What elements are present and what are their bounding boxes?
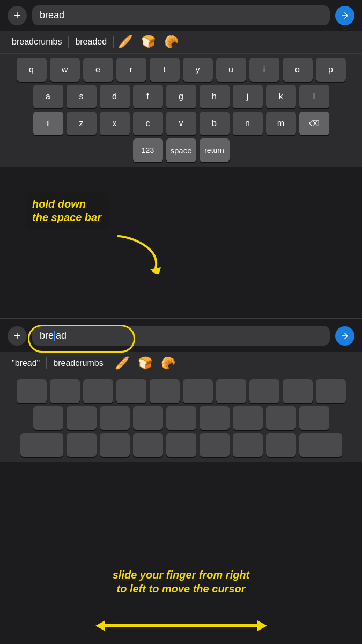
bottom-arrow-area xyxy=(0,615,362,636)
key-o[interactable]: o xyxy=(283,58,313,82)
bottom-text-after: ad xyxy=(56,330,67,341)
blank-key[interactable] xyxy=(83,379,113,403)
key-x[interactable]: x xyxy=(100,112,130,135)
blank-key[interactable] xyxy=(216,379,246,403)
bottom-section: + bread "bread" breadcrumbs 🥖 🍞 🥐 xyxy=(0,319,362,644)
blank-key[interactable] xyxy=(233,406,263,430)
blank-key[interactable] xyxy=(133,406,163,430)
autocomplete-emoji-2[interactable]: 🍞 xyxy=(137,34,160,50)
top-send-button[interactable] xyxy=(335,6,354,25)
svg-marker-1 xyxy=(95,620,105,631)
key-return[interactable]: return xyxy=(200,138,230,162)
autocomplete-emoji-3[interactable]: 🥐 xyxy=(160,34,183,50)
top-search-bar: + bread xyxy=(0,0,362,31)
autocomplete-item-2[interactable]: breaded xyxy=(69,35,113,49)
blank-key[interactable] xyxy=(200,406,230,430)
key-m[interactable]: m xyxy=(266,112,296,135)
key-b[interactable]: b xyxy=(200,112,230,135)
blank-key-wide[interactable] xyxy=(299,433,342,457)
blank-key[interactable] xyxy=(266,406,296,430)
key-v[interactable]: v xyxy=(166,112,196,135)
blank-key[interactable] xyxy=(299,406,329,430)
key-t[interactable]: t xyxy=(150,58,180,82)
blank-key[interactable] xyxy=(50,379,80,403)
text-cursor xyxy=(54,331,55,341)
blank-key[interactable] xyxy=(233,433,263,457)
bottom-plus-button[interactable]: + xyxy=(8,326,27,346)
key-row-4: 123 space return xyxy=(2,138,360,162)
top-section: + bread breadcrumbs breaded 🥖 🍞 🥐 q w e … xyxy=(0,0,362,319)
key-s[interactable]: s xyxy=(67,85,97,108)
bottom-autocomplete-row: "bread" breadcrumbs 🥖 🍞 🥐 xyxy=(0,352,362,375)
blank-key[interactable] xyxy=(166,406,196,430)
tooltip-text: hold down the space bar xyxy=(32,197,101,224)
blank-key[interactable] xyxy=(100,433,130,457)
key-d[interactable]: d xyxy=(100,85,130,108)
blank-key[interactable] xyxy=(266,433,296,457)
key-shift[interactable]: ⇧ xyxy=(33,112,63,135)
blank-key[interactable] xyxy=(67,406,97,430)
key-row-2: a s d f g h j k l xyxy=(2,85,360,108)
blank-key[interactable] xyxy=(183,379,213,403)
blank-key[interactable] xyxy=(116,379,146,403)
key-r[interactable]: r xyxy=(116,58,146,82)
blank-row-3 xyxy=(2,433,360,457)
bottom-text-before: bre xyxy=(40,330,54,341)
bottom-autocomplete-emoji-2[interactable]: 🍞 xyxy=(134,355,157,371)
top-search-input[interactable]: bread xyxy=(32,5,330,25)
blank-key[interactable] xyxy=(166,433,196,457)
bottom-instruction: slide your finger from right to left to … xyxy=(0,568,362,596)
key-e[interactable]: e xyxy=(83,58,113,82)
blank-key[interactable] xyxy=(200,433,230,457)
blank-key[interactable] xyxy=(249,379,279,403)
blank-key[interactable] xyxy=(33,406,63,430)
key-a[interactable]: a xyxy=(33,85,63,108)
key-space[interactable]: space xyxy=(166,138,196,162)
key-f[interactable]: f xyxy=(133,85,163,108)
top-keyboard: q w e r t y u i o p a s d f g h j k l ⇧ … xyxy=(0,54,362,167)
key-delete[interactable]: ⌫ xyxy=(299,112,329,135)
instruction-text: slide your finger from right to left to … xyxy=(21,568,341,596)
key-p[interactable]: p xyxy=(316,58,346,82)
key-z[interactable]: z xyxy=(67,112,97,135)
bottom-autocomplete-emoji-3[interactable]: 🥐 xyxy=(157,355,180,371)
tooltip-arrow-svg xyxy=(107,231,172,274)
key-l[interactable]: l xyxy=(299,85,329,108)
key-123[interactable]: 123 xyxy=(133,138,163,162)
key-u[interactable]: u xyxy=(216,58,246,82)
bottom-send-button[interactable] xyxy=(335,326,354,346)
key-n[interactable]: n xyxy=(233,112,263,135)
blank-key[interactable] xyxy=(133,433,163,457)
blank-key[interactable] xyxy=(283,379,313,403)
bottom-autocomplete-emoji-1[interactable]: 🥖 xyxy=(110,355,134,371)
send-icon-bottom xyxy=(340,331,350,341)
autocomplete-emoji-1[interactable]: 🥖 xyxy=(114,34,137,50)
top-plus-button[interactable]: + xyxy=(8,6,27,25)
bidirectional-arrow xyxy=(95,615,267,636)
key-q[interactable]: q xyxy=(17,58,47,82)
blank-key[interactable] xyxy=(316,379,346,403)
key-row-3: ⇧ z x c v b n m ⌫ xyxy=(2,112,360,135)
key-c[interactable]: c xyxy=(133,112,163,135)
autocomplete-item-1[interactable]: breadcrumbs xyxy=(5,35,68,49)
blank-key[interactable] xyxy=(67,433,97,457)
blank-key[interactable] xyxy=(100,406,130,430)
key-k[interactable]: k xyxy=(266,85,296,108)
svg-rect-2 xyxy=(105,624,257,627)
bottom-autocomplete-1[interactable]: "bread" xyxy=(5,356,46,370)
key-i[interactable]: i xyxy=(249,58,279,82)
blank-key[interactable] xyxy=(150,379,180,403)
bottom-search-input[interactable]: bread xyxy=(32,326,330,346)
key-y[interactable]: y xyxy=(183,58,213,82)
key-g[interactable]: g xyxy=(166,85,196,108)
key-j[interactable]: j xyxy=(233,85,263,108)
blank-key[interactable] xyxy=(17,379,47,403)
tooltip-arrow xyxy=(107,231,172,276)
key-w[interactable]: w xyxy=(50,58,80,82)
send-icon xyxy=(340,11,350,20)
bottom-search-bar: + bread xyxy=(0,319,362,352)
blank-key-wide[interactable] xyxy=(20,433,63,457)
key-h[interactable]: h xyxy=(200,85,230,108)
bottom-autocomplete-2[interactable]: breadcrumbs xyxy=(47,356,109,370)
tooltip-bubble: hold down the space bar xyxy=(25,192,109,230)
